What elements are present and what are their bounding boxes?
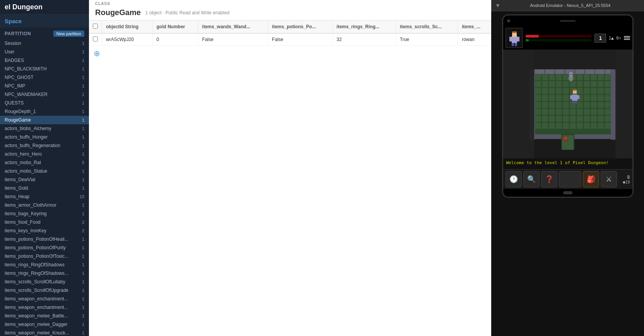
sidebar-item-items-potions-potionoftoxic---[interactable]: items_potions_PotionOfToxic... 1 bbox=[0, 252, 89, 261]
space-label[interactable]: Space bbox=[0, 15, 89, 27]
menu-icon[interactable] bbox=[624, 36, 630, 40]
sidebar-item-items-food-food[interactable]: items_food_Food 2 bbox=[0, 218, 89, 226]
cell-items-rings[interactable]: 32 bbox=[333, 33, 396, 46]
cell-items-extra[interactable]: rowan bbox=[458, 33, 491, 46]
col-header-items-wands-wand---[interactable]: items_wands_Wand... bbox=[198, 21, 268, 33]
sidebar-item-rougedepth-1[interactable]: RougeDepth_1 1 bbox=[0, 107, 89, 116]
svg-rect-50 bbox=[549, 95, 555, 101]
sidebar-item-items-rings-ringofshadows[interactable]: items_rings_RingOfShadows 1 bbox=[0, 261, 89, 269]
sidebar-item-actors-mobs-statue[interactable]: actors_mobs_Statue 1 bbox=[0, 167, 89, 175]
emulator-collapse-btn[interactable]: ▼ bbox=[495, 2, 501, 9]
sidebar-item-items-weapon-melee-battle---[interactable]: items_weapon_melee_Battle... 1 bbox=[0, 312, 89, 320]
sidebar-item-items-weapon-enchantment---[interactable]: items_weapon_enchantment... 1 bbox=[0, 303, 89, 312]
svg-rect-47 bbox=[605, 88, 611, 94]
checkbox-all[interactable] bbox=[93, 24, 98, 29]
col-header-items-rings-ring---[interactable]: items_rings_Ring... bbox=[333, 21, 396, 33]
svg-rect-30 bbox=[563, 81, 569, 87]
col-header-gold[interactable]: gold Number bbox=[152, 21, 198, 33]
sidebar-item-items-bags-keyring[interactable]: items_bags_Keyring 1 bbox=[0, 209, 89, 218]
col-header-items-potions-po---[interactable]: items_potions_Po... bbox=[268, 21, 333, 33]
sidebar-item-actors-hero-hero[interactable]: actors_hero_Hero 1 bbox=[0, 150, 89, 158]
sidebar-item-npc-blacksmith[interactable]: NPC_BLACKSMITH 1 bbox=[0, 65, 89, 73]
sidebar-item-rougegame[interactable]: RougeGame 1 bbox=[0, 116, 89, 124]
sidebar-item-items-weapon-melee-knuck---[interactable]: items_weapon_melee_Knuck... 1 bbox=[0, 329, 89, 336]
svg-rect-66 bbox=[584, 102, 590, 108]
device-home-btn[interactable] bbox=[563, 191, 572, 194]
npc-figure bbox=[569, 72, 573, 81]
svg-rect-100 bbox=[591, 123, 597, 129]
sidebar-item-items-weapon-enchantment---[interactable]: items_weapon_enchantment... 1 bbox=[0, 295, 89, 303]
game-world[interactable] bbox=[503, 50, 632, 158]
sidebar-item-items-armor-clotharmor[interactable]: items_armor_ClothArmor 1 bbox=[0, 201, 89, 209]
sidebar-item-items-dewvial[interactable]: items_DewVial 1 bbox=[0, 175, 89, 184]
svg-rect-113 bbox=[503, 50, 632, 69]
col-header-objectid[interactable]: objectId String bbox=[102, 21, 153, 33]
sidebar-item-items-weapon-melee-dagger[interactable]: items_weapon_melee_Dagger 1 bbox=[0, 320, 89, 329]
sidebar-item-items-gold[interactable]: items_Gold 1 bbox=[0, 184, 89, 192]
svg-rect-14 bbox=[611, 69, 616, 140]
sidebar-item-quests[interactable]: QUESTS 1 bbox=[0, 99, 89, 107]
svg-rect-86 bbox=[570, 116, 576, 122]
cell-items-wands[interactable]: False bbox=[198, 33, 268, 46]
sidebar-item-items-potions-potionofpurity[interactable]: items_potions_PotionOfPurity 1 bbox=[0, 243, 89, 252]
svg-rect-80 bbox=[605, 109, 611, 115]
row-checkbox-cell[interactable] bbox=[89, 33, 102, 46]
sidebar-item-items-heap[interactable]: items_Heap 10 bbox=[0, 192, 89, 201]
col-type: String bbox=[124, 24, 138, 29]
sidebar-item-count: 1 bbox=[78, 118, 84, 122]
action-btn-search[interactable]: 🔍 bbox=[523, 171, 540, 187]
action-btn-weapon[interactable]: ⚔ bbox=[601, 171, 617, 187]
col-header-items----[interactable]: items_... bbox=[458, 21, 491, 33]
cell-items-potions[interactable]: False bbox=[268, 33, 333, 46]
exp-bar bbox=[526, 39, 529, 41]
action-btn-help[interactable]: ❓ bbox=[541, 171, 557, 187]
select-all-checkbox[interactable] bbox=[89, 21, 102, 33]
cell-objectid[interactable]: wrAScWpJ20 bbox=[102, 33, 153, 46]
action-btn-history[interactable]: 🕐 bbox=[506, 171, 522, 187]
cell-items-scrolls[interactable]: True bbox=[396, 33, 458, 46]
sidebar-item-actors-blobs-alchemy[interactable]: actors_blobs_Alchemy 1 bbox=[0, 124, 89, 133]
sidebar-item-count: 1 bbox=[78, 169, 84, 173]
sidebar-item-count: 1 bbox=[78, 41, 84, 46]
app-title: el Dungeon bbox=[0, 0, 89, 15]
svg-rect-26 bbox=[535, 81, 541, 87]
sidebar-item-name: items_food_Food bbox=[5, 219, 41, 225]
sidebar-item-items-keys-ironkey[interactable]: items_keys_IronKey 2 bbox=[0, 226, 89, 235]
action-btn-backpack[interactable]: 🎒 bbox=[583, 171, 599, 187]
new-partition-button[interactable]: New partition bbox=[53, 31, 84, 37]
sidebar-item-actors-buffs-hunger[interactable]: actors_buffs_Hunger 1 bbox=[0, 133, 89, 141]
sidebar-item-npc-wandmaker[interactable]: NPC_WANDMAKER 1 bbox=[0, 90, 89, 99]
sidebar-item-npc-ghost[interactable]: NPC_GHOST 1 bbox=[0, 73, 89, 82]
sidebar-item-items-scrolls-scrolloflullaby[interactable]: items_scrolls_ScrollOfLullaby 1 bbox=[0, 278, 89, 286]
cell-gold[interactable]: 0 bbox=[152, 33, 198, 46]
sidebar-item-name: items_Gold bbox=[5, 185, 28, 191]
device-screen[interactable]: 1 1▲ 0↑ bbox=[503, 26, 632, 189]
col-name: objectId bbox=[106, 24, 124, 29]
class-header: RougeGame 1 object · Public Read and Wri… bbox=[89, 6, 491, 21]
sidebar-item-name: items_potions_PotionOfHeali... bbox=[5, 237, 68, 242]
svg-rect-62 bbox=[556, 102, 562, 108]
action-btn-empty[interactable] bbox=[559, 171, 581, 187]
svg-rect-121 bbox=[564, 137, 567, 140]
sidebar-item-npc-imp[interactable]: NPC_IMP 1 bbox=[0, 82, 89, 90]
sidebar-item-actors-buffs-regeneration[interactable]: actors_buffs_Regeneration 1 bbox=[0, 141, 89, 150]
sidebar-item-count: 5 bbox=[78, 160, 84, 165]
svg-rect-1 bbox=[512, 36, 517, 43]
sidebar-item-count: 1 bbox=[78, 75, 84, 80]
table-row[interactable]: wrAScWpJ200FalseFalse32Truerowan bbox=[89, 33, 491, 46]
svg-rect-78 bbox=[591, 109, 597, 115]
sidebar-item-actors-mobs-rat[interactable]: actors_mobs_Rat 5 bbox=[0, 158, 89, 167]
sidebar-item-count: 1 bbox=[78, 211, 84, 216]
col-header-items-scrolls-sc---[interactable]: items_scrolls_Sc... bbox=[396, 21, 458, 33]
sidebar-item-items-rings-ringofshadows---[interactable]: items_rings_RingOfShadows... 1 bbox=[0, 269, 89, 278]
add-row-button[interactable]: ⊕ bbox=[89, 46, 105, 61]
sidebar-item-items-potions-potionofheali---[interactable]: items_potions_PotionOfHeali... 1 bbox=[0, 235, 89, 243]
sidebar-item-badges[interactable]: BADGES 1 bbox=[0, 56, 89, 65]
svg-rect-91 bbox=[605, 116, 611, 122]
sidebar-item-name: items_rings_RingOfShadows bbox=[5, 262, 65, 267]
device-camera bbox=[507, 19, 510, 22]
row-checkbox[interactable] bbox=[93, 36, 98, 41]
sidebar-item-user[interactable]: User 1 bbox=[0, 48, 89, 56]
sidebar-item-session[interactable]: Session 1 bbox=[0, 39, 89, 48]
sidebar-item-items-scrolls-scrollofupgrade[interactable]: items_scrolls_ScrollOfUpgrade 1 bbox=[0, 286, 89, 295]
